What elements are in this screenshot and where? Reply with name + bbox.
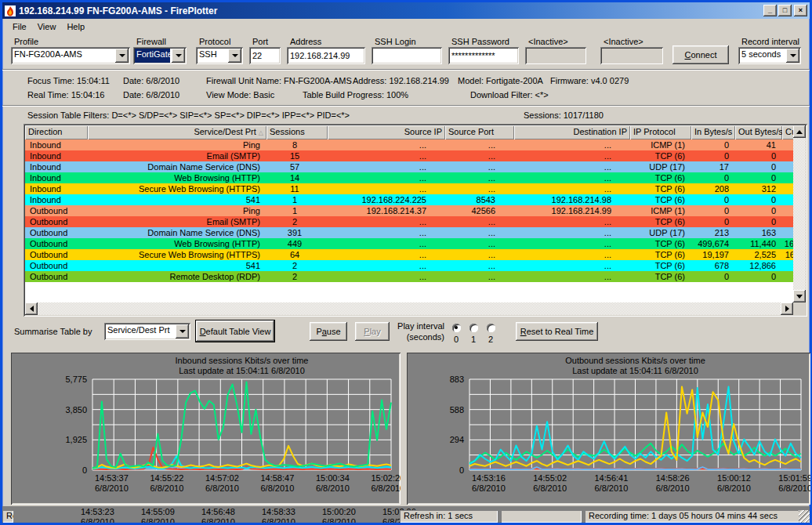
svg-text:15:00:12: 15:00:12 [717,473,751,483]
table-row[interactable]: OutboundPing1192.168.214.3742566192.168.… [25,205,793,216]
table-row[interactable]: InboundDomain Name Service (DNS)57......… [25,161,793,172]
vertical-scrollbar[interactable] [793,125,806,302]
column-header-service-dest-prt[interactable]: Service/Dest Prt△ [88,125,266,139]
table-row[interactable]: OutboundWeb Browsing (HTTP)449.........T… [25,238,793,249]
menu-item-help[interactable]: Help [61,21,90,32]
table-cell: ICMP (1) [630,139,691,150]
play-button[interactable]: Play [355,322,390,341]
unit-firmware: Firmware: v4.0 0279 [550,76,629,85]
table-cell: 42566 [445,205,514,216]
column-header-direction[interactable]: Direction [25,125,88,139]
table-cell: ... [445,139,514,150]
table-row[interactable]: InboundWeb Browsing (HTTP)14.........TCP… [25,172,793,183]
table-cell: 11,440 [735,238,782,249]
play-interval-radio-2[interactable] [487,324,495,332]
table-row[interactable]: Inbound5411192.168.224.2258543192.168.21… [25,194,793,205]
play-interval-radio-label: 0 [454,335,459,344]
column-header-in-bytes-s[interactable]: In Bytes/s [691,125,735,139]
protocol-combo-arrow[interactable] [228,49,241,63]
record-interval-combo-arrow[interactable] [786,49,799,63]
table-cell: TCP (6) [630,172,691,183]
table-cell: 213 [691,227,735,238]
resize-grip[interactable] [799,510,810,523]
table-row[interactable]: OutboundRemote Desktop (RDP)2.........TC… [25,271,793,282]
play-interval-radio-label: 2 [488,335,493,344]
connect-button[interactable]: Connect [672,45,729,64]
summarise-combo[interactable]: Service/Dest Prt [104,323,190,340]
reset-to-real-time-button[interactable]: Reset to Real Time [516,322,598,341]
firewall-combo[interactable]: FortiGate [133,47,187,64]
table-cell: ... [445,271,514,282]
table-row[interactable]: OutboundEmail (SMTP)2.........TCP (6)002… [25,216,793,227]
table-cell: Outbound [25,271,88,282]
column-header-ip-protocol[interactable]: IP Protocol [630,125,691,139]
column-header-sessions[interactable]: Sessions [266,125,328,139]
table-row[interactable]: Outbound5412.........TCP (6)67812,8663,2… [25,260,793,271]
statusbar-left-panel: Re [2,510,13,523]
fireplotter-flame-icon [5,5,16,16]
chevron-down-icon [119,54,125,57]
table-cell: Outbound [25,249,88,260]
table-row[interactable]: OutboundSecure Web Browsing (HTTPS)64...… [25,249,793,260]
scroll-down-button[interactable] [793,290,806,302]
scroll-right-button[interactable] [781,302,793,315]
unit-model: Model: Fortigate-200A [458,76,543,85]
scroll-up-button[interactable] [793,125,806,138]
menu-item-file[interactable]: File [7,21,32,32]
table-row[interactable]: InboundPing8.........ICMP (1)0411,388 [25,139,793,150]
ssh-login-field[interactable] [372,47,442,64]
horizontal-scrollbar[interactable] [25,302,793,315]
table-row[interactable]: OutboundDomain Name Service (DNS)391....… [25,227,793,238]
svg-text:Last update at 15:04:11 6/8/20: Last update at 15:04:11 6/8/2010 [179,366,305,375]
minimize-button[interactable]: _ [763,5,777,16]
svg-text:Outbound sessions Kbits/s over: Outbound sessions Kbits/s over time [565,356,705,365]
table-cell: 541 [88,194,266,205]
play-interval-radio-1[interactable] [469,324,478,332]
table-cell: Inbound [25,183,88,194]
scroll-left-button[interactable] [25,302,38,315]
play-interval-radio-label: 1 [471,335,476,344]
ssh-password-field[interactable] [448,47,519,64]
protocol-combo[interactable]: SSH [196,47,243,64]
table-cell: Web Browsing (HTTP) [88,172,266,183]
column-header-source-port[interactable]: Source Port [445,125,514,139]
table-cell: TCP (6) [630,183,691,194]
table-cell: UDP (17) [630,227,691,238]
maximize-button[interactable]: □ [778,5,792,16]
download-filter: Download Filter: <*> [470,90,549,100]
table-row[interactable]: InboundSecure Web Browsing (HTTPS)11....… [25,183,793,194]
svg-text:Last update at 15:04:11 6/8/20: Last update at 15:04:11 6/8/2010 [572,366,698,375]
summarise-combo-arrow[interactable] [176,324,189,339]
column-header-destination-ip[interactable]: Destination IP [514,125,630,139]
menu-item-view[interactable]: View [32,21,62,32]
arrow-left-icon [30,306,34,312]
table-cell: 0 [691,216,735,227]
inbound-chart-panel: Inbound sessions Kbits/s over timeLast u… [11,353,401,505]
table-cell: 499,674 [691,238,735,249]
profile-combo-arrow[interactable] [115,49,129,63]
background-axis-date: 6/8/2010 [201,517,235,523]
firewall-combo-arrow[interactable] [172,49,185,63]
background-axis-time: 14:58:33 [262,507,295,516]
table-cell: 192.168.214.99 [514,205,630,216]
table-cell: 208 [691,183,735,194]
table-row[interactable]: InboundEmail (SMTP)15.........TCP (6)003… [25,150,793,161]
address-field[interactable] [287,47,365,64]
table-cell: ... [514,227,630,238]
inactive2-label: <Inactive> [604,37,643,46]
background-axis-date: 6/8/2010 [262,517,295,523]
table-cell: ... [445,216,514,227]
table-cell: 2 [266,260,328,271]
profile-combo[interactable]: FN-FG200A-AMS [11,47,130,64]
record-interval-combo[interactable]: 5 seconds [738,47,801,64]
column-header-source-ip[interactable]: Source IP [328,125,445,139]
pause-button[interactable]: Pause [310,322,347,341]
table-cell: Inbound [25,172,88,183]
close-button[interactable]: × [794,5,807,16]
column-header-out-bytes-s[interactable]: Out Bytes/s [735,125,782,139]
play-interval-radio-0[interactable] [452,324,461,332]
table-cell: 1 [266,205,328,216]
default-table-view-button[interactable]: Default Table View [196,320,274,342]
svg-text:6/8/2010: 6/8/2010 [778,483,810,493]
port-field[interactable] [249,47,281,64]
